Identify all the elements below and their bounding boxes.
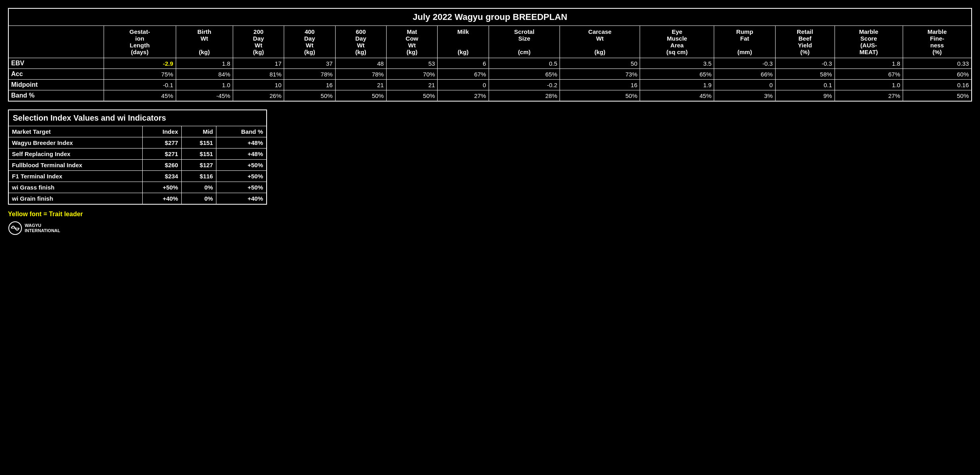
band-mat-cow: 50% xyxy=(386,90,437,102)
ebv-label: EBV xyxy=(8,58,104,69)
selection-row: Self Replacing Index$271$151+48% xyxy=(8,149,267,160)
sel-index-3: $234 xyxy=(143,171,182,182)
col-carcase: CarcaseWt(kg) xyxy=(560,26,640,58)
col-marble-score: MarbleScore(AUS-MEAT) xyxy=(835,26,903,58)
band-retail-beef: 9% xyxy=(775,90,835,102)
mid-eye-muscle: 1.9 xyxy=(640,80,714,90)
sel-band-0: +48% xyxy=(216,137,267,149)
sel-label-2: Fullblood Terminal Index xyxy=(8,160,143,171)
ebv-scrotal: 0.5 xyxy=(489,58,560,69)
ebv-retail-beef: -0.3 xyxy=(775,58,835,69)
selection-container: Selection Index Values and wi Indicators… xyxy=(8,109,267,205)
title-row: July 2022 Wagyu group BREEDPLAN xyxy=(8,8,972,26)
mid-gestation: -0.1 xyxy=(104,80,176,90)
col-milk: Milk(kg) xyxy=(438,26,489,58)
mid-600: 21 xyxy=(335,80,386,90)
acc-birth-wt: 84% xyxy=(176,69,233,80)
sel-band-4: +50% xyxy=(216,182,267,193)
band-carcase: 50% xyxy=(560,90,640,102)
sel-band-2: +50% xyxy=(216,160,267,171)
sel-mid-1: $151 xyxy=(181,149,216,160)
band-gestation: 45% xyxy=(104,90,176,102)
band-eye-muscle: 45% xyxy=(640,90,714,102)
sel-label-0: Wagyu Breeder Index xyxy=(8,137,143,149)
selection-row: wi Grain finish+40%0%+40% xyxy=(8,193,267,205)
logo-area: WAGYU INTERNATIONAL xyxy=(8,221,972,235)
main-container: July 2022 Wagyu group BREEDPLAN Gestat-i… xyxy=(4,4,976,239)
sel-band-1: +48% xyxy=(216,149,267,160)
acc-gestation: 75% xyxy=(104,69,176,80)
breedplan-table: July 2022 Wagyu group BREEDPLAN Gestat-i… xyxy=(8,8,972,102)
ebv-rump-fat: -0.3 xyxy=(714,58,776,69)
band-scrotal: 28% xyxy=(489,90,560,102)
sel-label-4: wi Grass finish xyxy=(8,182,143,193)
ebv-200: 17 xyxy=(233,58,284,69)
col-400: 400DayWt(kg) xyxy=(284,26,335,58)
mid-retail-beef: 0.1 xyxy=(775,80,835,90)
acc-row: Acc 75% 84% 81% 78% 78% 70% 67% 65% 73% … xyxy=(8,69,972,80)
acc-rump-fat: 66% xyxy=(714,69,776,80)
acc-eye-muscle: 65% xyxy=(640,69,714,80)
col-600: 600DayWt(kg) xyxy=(335,26,386,58)
acc-label: Acc xyxy=(8,69,104,80)
midpoint-row: Midpoint -0.1 1.0 10 16 21 21 0 -0.2 16 … xyxy=(8,80,972,90)
col-marble-fine: MarbleFine-ness(%) xyxy=(903,26,972,58)
band-milk: 27% xyxy=(438,90,489,102)
acc-marble-score: 67% xyxy=(835,69,903,80)
sel-label-3: F1 Terminal Index xyxy=(8,171,143,182)
col-rump-fat: RumpFat(mm) xyxy=(714,26,776,58)
acc-mat-cow: 70% xyxy=(386,69,437,80)
sel-mid-0: $151 xyxy=(181,137,216,149)
sel-band-5: +40% xyxy=(216,193,267,205)
acc-200: 81% xyxy=(233,69,284,80)
sel-mid-2: $127 xyxy=(181,160,216,171)
midpoint-label: Midpoint xyxy=(8,80,104,90)
band-marble-score: 27% xyxy=(835,90,903,102)
selection-index-table: Selection Index Values and wi Indicators… xyxy=(8,109,267,205)
acc-retail-beef: 58% xyxy=(775,69,835,80)
col-retail-beef: RetailBeefYield(%) xyxy=(775,26,835,58)
acc-marble-fine: 60% xyxy=(903,69,972,80)
sel-index-1: $271 xyxy=(143,149,182,160)
col-scrotal: ScrotalSize(cm) xyxy=(489,26,560,58)
sel-index-2: $260 xyxy=(143,160,182,171)
ebv-marble-fine: 0.33 xyxy=(903,58,972,69)
sel-header-index: Index xyxy=(143,126,182,137)
sel-label-5: wi Grain finish xyxy=(8,193,143,205)
mid-200: 10 xyxy=(233,80,284,90)
acc-400: 78% xyxy=(284,69,335,80)
logo-text: WAGYU INTERNATIONAL xyxy=(25,223,60,233)
selection-row: wi Grass finish+50%0%+50% xyxy=(8,182,267,193)
band-marble-fine: 50% xyxy=(903,90,972,102)
main-title: July 2022 Wagyu group BREEDPLAN xyxy=(8,8,972,26)
mid-marble-fine: 0.16 xyxy=(903,80,972,90)
col-eye-muscle: EyeMuscleArea(sq cm) xyxy=(640,26,714,58)
band-row: Band % 45% -45% 26% 50% 50% 50% 27% 28% … xyxy=(8,90,972,102)
sel-index-0: $277 xyxy=(143,137,182,149)
sel-index-4: +50% xyxy=(143,182,182,193)
ebv-mat-cow: 53 xyxy=(386,58,437,69)
sel-band-3: +50% xyxy=(216,171,267,182)
sel-label-1: Self Replacing Index xyxy=(8,149,143,160)
logo-line2: INTERNATIONAL xyxy=(25,228,60,233)
col-200: 200DayWt(kg) xyxy=(233,26,284,58)
sel-mid-3: $116 xyxy=(181,171,216,182)
mid-mat-cow: 21 xyxy=(386,80,437,90)
acc-600: 78% xyxy=(335,69,386,80)
ebv-row: EBV -2.9 1.8 17 37 48 53 6 0.5 50 3.5 -0… xyxy=(8,58,972,69)
sel-header-mid: Mid xyxy=(181,126,216,137)
band-400: 50% xyxy=(284,90,335,102)
col-header-row-label xyxy=(8,26,104,58)
mid-rump-fat: 0 xyxy=(714,80,776,90)
mid-scrotal: -0.2 xyxy=(489,80,560,90)
ebv-milk: 6 xyxy=(438,58,489,69)
yellow-note: Yellow font = Trait leader xyxy=(8,211,972,218)
sel-header-market: Market Target xyxy=(8,126,143,137)
ebv-birth-wt: 1.8 xyxy=(176,58,233,69)
col-birth-wt: BirthWt(kg) xyxy=(176,26,233,58)
selection-col-header: Market Target Index Mid Band % xyxy=(8,126,267,137)
acc-carcase: 73% xyxy=(560,69,640,80)
acc-milk: 67% xyxy=(438,69,489,80)
mid-birth-wt: 1.0 xyxy=(176,80,233,90)
mid-carcase: 16 xyxy=(560,80,640,90)
